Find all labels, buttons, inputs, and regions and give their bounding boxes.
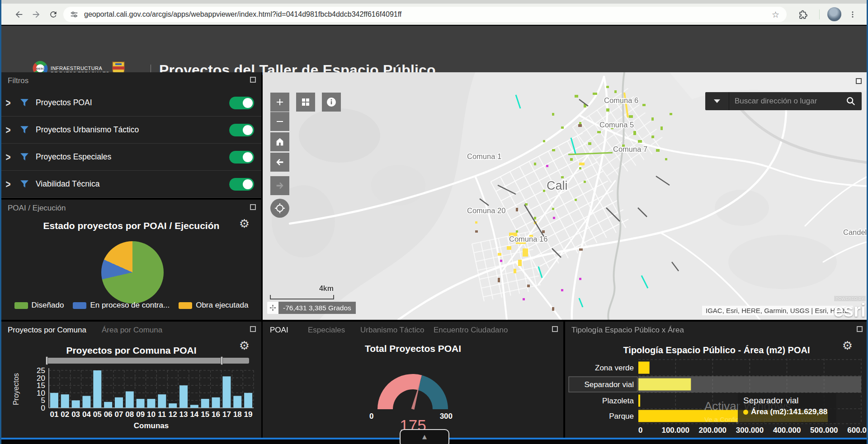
- bar-13[interactable]: [179, 385, 188, 408]
- search-button[interactable]: [840, 92, 862, 110]
- extensions-icon[interactable]: [797, 8, 809, 21]
- hbar-zona-verde[interactable]: [638, 362, 650, 374]
- url-bar[interactable]: geoportal.cali.gov.co/arcgis/apps/webapp…: [63, 7, 787, 22]
- basemap-gallery-button[interactable]: [296, 93, 315, 112]
- bar-12[interactable]: [169, 403, 177, 408]
- svg-text:07: 07: [115, 410, 123, 419]
- tipologia-expand-icon[interactable]: [857, 326, 863, 332]
- expand-chevron-icon[interactable]: >: [1, 96, 15, 109]
- reload-button[interactable]: [47, 8, 60, 21]
- map-label: Candelaria: [843, 228, 868, 236]
- bookmark-star-icon[interactable]: ☆: [772, 9, 779, 19]
- legend-item[interactable]: Diseñado: [14, 301, 64, 310]
- pie-chart[interactable]: [101, 241, 164, 304]
- filter-toggle[interactable]: [229, 97, 254, 109]
- zoom-out-button[interactable]: [270, 112, 289, 131]
- browser-menu-icon[interactable]: [846, 8, 859, 21]
- filter-toggle[interactable]: [229, 178, 254, 191]
- svg-text:IDESC: IDESC: [36, 67, 45, 70]
- crosshair-icon[interactable]: [267, 302, 278, 314]
- bar-range-slider[interactable]: [47, 358, 249, 364]
- tab--rea-por-comuna[interactable]: Área por Comuna: [102, 326, 162, 335]
- bar-05[interactable]: [93, 370, 101, 408]
- bar-02[interactable]: [61, 394, 69, 408]
- bar-04[interactable]: [82, 396, 90, 408]
- svg-text:100.000: 100.000: [661, 426, 689, 435]
- svg-text:0: 0: [41, 404, 45, 412]
- panel-collapse-button[interactable]: ▲: [400, 429, 449, 444]
- bar-14[interactable]: [190, 405, 198, 408]
- legend-item[interactable]: Obra ejecutada: [179, 301, 248, 310]
- bar-series[interactable]: [50, 370, 252, 408]
- chevron-down-icon: [714, 99, 720, 103]
- tab-proyectos-por-comuna[interactable]: Proyectos por Comuna: [8, 326, 86, 335]
- gauge-panel: Total Proyectos POAI 0 300 175 POAIEspec…: [263, 322, 563, 438]
- toolbar-divider: [819, 9, 820, 19]
- bar-01[interactable]: [50, 393, 58, 408]
- svg-text:11: 11: [158, 410, 166, 419]
- zoom-in-button[interactable]: [270, 93, 289, 112]
- bar-06[interactable]: [104, 402, 112, 408]
- filters-expand-icon[interactable]: [250, 77, 256, 83]
- search-input[interactable]: [729, 92, 840, 110]
- bar-18[interactable]: [233, 396, 241, 408]
- tooltip-series-dot: [743, 410, 748, 415]
- gauge-expand-icon[interactable]: [552, 326, 558, 332]
- expand-chevron-icon[interactable]: >: [1, 123, 15, 136]
- bar-16[interactable]: [212, 397, 220, 408]
- filter-toggle[interactable]: [229, 151, 254, 164]
- comuna-expand-icon[interactable]: [250, 326, 256, 332]
- tab-encuentro-ciudadano[interactable]: Encuentro Ciudadano: [434, 326, 508, 335]
- bar-10[interactable]: [147, 399, 156, 408]
- tab-poai[interactable]: POAI: [270, 326, 288, 335]
- bar-chart[interactable]: 0510152025010203040506070809101112131415…: [5, 365, 259, 436]
- info-button[interactable]: [322, 93, 341, 112]
- hbar-plazoleta[interactable]: [638, 395, 640, 407]
- bar-15[interactable]: [201, 399, 209, 408]
- expand-chevron-icon[interactable]: >: [1, 150, 15, 164]
- hbar-category-label: Parque: [609, 412, 634, 421]
- tipologia-panel: Tipología Espacio Público x Área ⚙ Tipol…: [565, 322, 868, 438]
- filter-row[interactable]: >Proyectos Urbanismo Táctico: [1, 117, 261, 144]
- gauge-chart-title: Total Proyectos POAI: [263, 343, 563, 354]
- search-source-dropdown[interactable]: [705, 92, 729, 110]
- map-panel[interactable]: Comuna 6Comuna 5Comuna 7Comuna 1CaliComu…: [263, 72, 868, 320]
- bar-11[interactable]: [158, 394, 166, 408]
- tab-urbanismo-t-ctico[interactable]: Urbanismo Táctico: [360, 326, 424, 335]
- gauge-chart[interactable]: [374, 369, 451, 412]
- profile-avatar[interactable]: [827, 7, 841, 21]
- next-extent-button[interactable]: [270, 176, 289, 195]
- bar-08[interactable]: [126, 391, 134, 408]
- bar-19[interactable]: [244, 393, 252, 408]
- previous-extent-button[interactable]: [270, 153, 289, 172]
- search-icon: [846, 96, 856, 106]
- filter-row[interactable]: >Viabilidad Técnica: [1, 171, 261, 198]
- bar-03[interactable]: [72, 400, 80, 408]
- slider-handle-right[interactable]: [221, 356, 223, 365]
- url-text[interactable]: geoportal.cali.gov.co/arcgis/apps/webapp…: [84, 10, 772, 19]
- locate-button[interactable]: [270, 199, 289, 218]
- expand-chevron-icon[interactable]: >: [1, 178, 15, 191]
- filter-toggle[interactable]: [229, 124, 254, 136]
- poai-expand-icon[interactable]: [250, 204, 256, 210]
- filter-row[interactable]: >Proyectos Especiales: [1, 144, 261, 171]
- legend-item[interactable]: En proceso de contra...: [73, 301, 170, 310]
- hbar-category-label: Zona verde: [595, 364, 634, 372]
- bar-07[interactable]: [115, 397, 123, 408]
- map-label: Cali: [547, 179, 568, 192]
- bar-17[interactable]: [222, 376, 231, 408]
- forward-button[interactable]: [30, 8, 42, 21]
- bar-09[interactable]: [137, 399, 145, 408]
- filter-row[interactable]: >Proyectos POAI: [1, 89, 261, 117]
- toggle-knob: [243, 98, 253, 108]
- map-expand-icon[interactable]: [856, 78, 862, 84]
- toggle-knob: [243, 179, 253, 189]
- filter-funnel-icon: [19, 179, 29, 189]
- tab-especiales[interactable]: Especiales: [308, 326, 345, 335]
- slider-handle-left[interactable]: [46, 356, 48, 365]
- back-button[interactable]: [13, 8, 25, 21]
- hbar-separador-vial[interactable]: [638, 379, 691, 391]
- site-settings-icon[interactable]: [70, 10, 79, 19]
- home-button[interactable]: [270, 132, 289, 151]
- legend-label: Obra ejecutada: [196, 301, 248, 310]
